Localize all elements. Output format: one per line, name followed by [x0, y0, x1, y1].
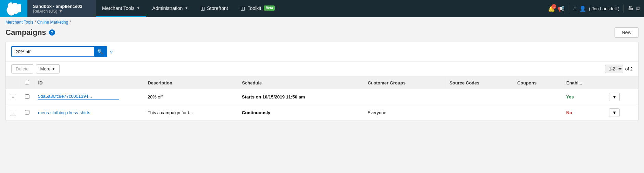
cg-cell-1	[363, 89, 445, 105]
row-1-underline	[38, 99, 119, 100]
delete-button[interactable]: Delete	[11, 64, 33, 74]
expand-row-1-icon[interactable]: +	[10, 94, 16, 100]
toolkit-badge: Beta	[264, 5, 275, 11]
megaphone-icon[interactable]: 📢	[558, 5, 565, 12]
checkbox-cell-1	[20, 89, 34, 105]
sandbox-info: Sandbox - amplience03 RefArch (US) ▼	[27, 0, 96, 17]
schedule-cell-1: Starts on 10/15/2019 11:50 am	[238, 89, 363, 105]
expand-cell-1: +	[6, 89, 20, 105]
nav-right: 🔔 1 📢 ⌂ 👤 ( Jon Lansdell ) 🖶 ⧉	[544, 0, 644, 17]
row-2-id-link[interactable]: mens-clothing-dress-shirts	[38, 110, 90, 115]
nav-item-administration[interactable]: Administration ▼	[146, 0, 195, 17]
page-header: Merchant Tools / Online Marketing / Camp…	[0, 17, 644, 42]
search-input-wrap: 🔍	[11, 46, 107, 57]
nav-items: Merchant Tools ▼ Administration ▼ ◫ Stor…	[96, 0, 544, 17]
notification-bell-icon[interactable]: 🔔 1	[548, 5, 555, 12]
monitor-icon: ◫	[200, 5, 205, 11]
more-button[interactable]: More ▼	[36, 64, 60, 74]
cg-cell-2: Everyone	[363, 105, 445, 121]
monitor-icon-toolkit: ◫	[240, 5, 245, 11]
action-row: Delete More ▼ 1-2 of 2	[6, 62, 638, 77]
schedule-cell-2: Continuously	[238, 105, 363, 121]
notification-count: 1	[552, 4, 556, 9]
th-checkbox	[20, 77, 34, 89]
breadcrumb-online-marketing[interactable]: Online Marketing	[37, 20, 69, 25]
table-row: + mens-clothing-dress-shirts This a camp…	[6, 105, 638, 121]
select-all-checkbox[interactable]	[25, 80, 29, 84]
search-row: 🔍 ▿	[6, 42, 638, 62]
nav-separator-1	[569, 4, 569, 13]
filter-icon[interactable]: ▿	[110, 49, 113, 55]
pagination: 1-2 of 2	[605, 65, 633, 73]
user-icon[interactable]: 👤	[579, 5, 586, 12]
enabled-cell-2: No	[562, 105, 605, 121]
enabled-cell-1: Yes	[562, 89, 605, 105]
id-cell-1: 5da5a36fc9e77c0001394...	[34, 89, 144, 105]
new-button[interactable]: New	[615, 27, 639, 38]
row-2-dropdown-button[interactable]: ▼	[609, 108, 620, 117]
sandbox-name: Sandbox - amplience03	[33, 4, 90, 9]
help-icon[interactable]: ?	[49, 29, 55, 36]
expand-icon[interactable]: ⧉	[636, 5, 640, 12]
page-title-row: Campaigns ? New	[5, 26, 639, 42]
action-left: Delete More ▼	[11, 64, 60, 74]
th-expand	[6, 77, 20, 89]
home-icon[interactable]: ⌂	[573, 5, 577, 12]
sandbox-ref: RefArch (US) ▼	[33, 9, 90, 14]
coupon-cell-2	[513, 105, 562, 121]
th-coupons: Coupons	[513, 77, 562, 89]
table-row: + 5da5a36fc9e77c0001394... 20% off Start…	[6, 89, 638, 105]
nav-separator-2	[623, 4, 624, 13]
desc-cell-1: 20% off	[144, 89, 238, 105]
desc-cell-2: This a campaign for t...	[144, 105, 238, 121]
nav-item-merchant-tools[interactable]: Merchant Tools ▼	[96, 0, 146, 17]
th-enabled: Enabl...	[562, 77, 605, 89]
th-actions	[605, 77, 638, 89]
user-name: ( Jon Lansdell )	[589, 6, 619, 11]
print-icon[interactable]: 🖶	[628, 5, 633, 12]
more-chevron-icon: ▼	[52, 67, 55, 71]
action-cell-2: ▼	[605, 105, 638, 121]
administration-chevron: ▼	[185, 6, 188, 10]
row-1-dropdown-button[interactable]: ▼	[609, 93, 620, 101]
page-title: Campaigns ?	[5, 28, 55, 37]
top-nav: Sandbox - amplience03 RefArch (US) ▼ Mer…	[0, 0, 644, 17]
row-2-checkbox[interactable]	[25, 110, 29, 115]
expand-row-2-icon[interactable]: +	[10, 110, 16, 116]
pagination-of: of 2	[625, 66, 633, 71]
main-content: 🔍 ▿ Delete More ▼ 1-2 of 2 I	[5, 42, 639, 121]
sc-cell-1	[445, 89, 513, 105]
salesforce-logo-svg	[6, 1, 21, 16]
expand-cell-2: +	[6, 105, 20, 121]
sc-cell-2	[445, 105, 513, 121]
action-cell-1: ▼	[605, 89, 638, 105]
enabled-status-1: Yes	[566, 94, 574, 99]
breadcrumb-merchant-tools[interactable]: Merchant Tools	[5, 20, 33, 25]
coupon-cell-1	[513, 89, 562, 105]
search-button[interactable]: 🔍	[94, 47, 107, 56]
nav-item-toolkit[interactable]: ◫ Toolkit Beta	[234, 0, 281, 17]
th-id: ID	[34, 77, 144, 89]
th-customer-groups: Customer Groups	[363, 77, 445, 89]
th-schedule: Schedule	[238, 77, 363, 89]
th-source-codes: Source Codes	[445, 77, 513, 89]
row-1-id-link[interactable]: 5da5a36fc9e77c0001394...	[38, 94, 92, 99]
nav-item-storefront[interactable]: ◫ Storefront	[194, 0, 234, 17]
enabled-status-2: No	[566, 110, 572, 115]
merchant-tools-chevron: ▼	[137, 6, 140, 10]
table-header-row: ID Description Schedule Customer Groups …	[6, 77, 638, 89]
breadcrumb: Merchant Tools / Online Marketing /	[5, 20, 639, 25]
id-cell-2: mens-clothing-dress-shirts	[34, 105, 144, 121]
search-input[interactable]	[12, 47, 94, 56]
th-description: Description	[144, 77, 238, 89]
data-table: ID Description Schedule Customer Groups …	[6, 77, 638, 121]
row-1-checkbox[interactable]	[25, 94, 29, 99]
checkbox-cell-2	[20, 105, 34, 121]
pagination-select[interactable]: 1-2	[605, 65, 623, 73]
salesforce-logo[interactable]	[0, 0, 27, 17]
